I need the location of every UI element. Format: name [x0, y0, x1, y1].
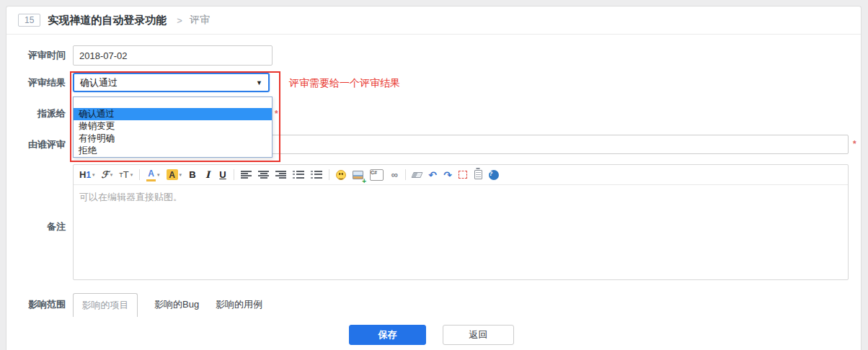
review-result-dropdown: 确认通过 撤销变更 有待明确 拒绝 — [73, 97, 273, 158]
dropdown-option-pass[interactable]: 确认通过 — [74, 108, 272, 120]
caret-down-icon: ▾ — [180, 172, 182, 178]
remove-format-button[interactable] — [412, 169, 422, 181]
italic-button[interactable]: I — [203, 169, 212, 181]
font-family-button[interactable]: ℱ▾ — [102, 169, 113, 181]
reviewed-by-label: 由谁评审 — [6, 135, 66, 154]
review-result-selected-value: 确认通过 — [80, 76, 118, 89]
page-title: 实现禅道的自动登录功能 — [48, 14, 167, 27]
caret-down-icon: ▾ — [92, 172, 95, 178]
fullscreen-icon — [459, 171, 467, 179]
code-icon: C# — [370, 169, 384, 181]
breadcrumb-separator-icon: > — [177, 15, 182, 26]
align-right-button[interactable] — [275, 169, 286, 181]
assigned-to-required-mark: * — [275, 109, 278, 119]
back-button[interactable]: 返回 — [443, 325, 514, 345]
scope-label: 影响范围 — [6, 295, 66, 315]
undo-button[interactable]: ↶ — [428, 169, 437, 181]
comment-label: 备注 — [6, 217, 66, 236]
toolbar-separator — [234, 169, 234, 180]
align-center-button[interactable] — [258, 169, 269, 181]
insert-link-button[interactable]: ∞ — [390, 169, 399, 181]
dropdown-option-empty[interactable] — [74, 97, 272, 108]
caret-down-icon: ▾ — [110, 172, 113, 178]
tab-affected-bugs[interactable]: 影响的Bug — [154, 293, 199, 317]
ordered-list-icon — [293, 171, 304, 179]
bold-button[interactable]: B — [188, 169, 197, 181]
story-id-badge: 15 — [18, 14, 40, 27]
emoji-button[interactable] — [336, 169, 346, 181]
underline-button[interactable]: U — [218, 169, 227, 181]
toolbar-separator — [139, 169, 140, 180]
breadcrumb-current: 评审 — [190, 14, 210, 27]
review-time-label: 评审时间 — [6, 45, 66, 66]
assigned-to-label: 指派给 — [6, 104, 66, 123]
review-result-label: 评审结果 — [6, 73, 66, 92]
clipboard-icon — [474, 170, 482, 179]
align-center-icon — [258, 171, 269, 179]
fullscreen-button[interactable] — [459, 169, 467, 181]
highlight-color-button[interactable]: A▾ — [167, 169, 182, 181]
heading-button[interactable]: H1▾ — [79, 169, 95, 181]
annotation-text: 评审需要给一个评审结果 — [289, 76, 400, 91]
tab-affected-cases[interactable]: 影响的用例 — [216, 293, 262, 317]
select-dropdown-arrow-icon: ▼ — [256, 79, 262, 86]
align-right-icon — [275, 171, 286, 179]
unordered-list-button[interactable] — [311, 169, 322, 181]
review-result-select[interactable]: 确认通过 ▼ — [73, 73, 270, 92]
font-size-button[interactable]: TT▾ — [119, 169, 133, 181]
dropdown-option-clarify[interactable]: 有待明确 — [74, 133, 272, 145]
caret-down-icon: ▾ — [157, 172, 160, 178]
help-icon: ? — [489, 170, 499, 180]
code-block-button[interactable]: C# — [370, 169, 384, 181]
editor-content-area[interactable]: 可以在编辑器直接贴图。 — [74, 185, 848, 210]
page-header: 15 实现禅道的自动登录功能 > 评审 — [6, 6, 861, 35]
dropdown-option-reject[interactable]: 拒绝 — [74, 145, 272, 157]
help-button[interactable]: ? — [489, 169, 499, 181]
insert-image-button[interactable] — [353, 169, 363, 181]
toolbar-separator — [329, 169, 329, 180]
save-button[interactable]: 保存 — [349, 325, 426, 345]
toolbar-separator — [405, 169, 406, 180]
align-left-button[interactable] — [241, 169, 252, 181]
caret-down-icon: ▾ — [130, 172, 133, 178]
editor-toolbar: H1▾ ℱ▾ TT▾ A▾ A▾ B I U — [74, 165, 848, 185]
image-icon — [353, 171, 363, 179]
ordered-list-button[interactable] — [293, 169, 304, 181]
link-icon: ∞ — [391, 169, 397, 180]
font-color-button[interactable]: A▾ — [146, 169, 159, 181]
emoji-icon — [336, 170, 346, 180]
reviewed-by-required-mark: * — [853, 139, 856, 149]
paste-button[interactable] — [474, 169, 482, 181]
dropdown-option-revert[interactable]: 撤销变更 — [74, 120, 272, 133]
align-left-icon — [241, 171, 252, 179]
redo-button[interactable]: ↷ — [443, 169, 452, 181]
review-form-panel: 15 实现禅道的自动登录功能 > 评审 评审时间 评审结果 确认通过 ▼ 确认通… — [6, 6, 862, 350]
review-time-input[interactable] — [73, 45, 273, 66]
unordered-list-icon — [311, 171, 322, 179]
eraser-icon — [411, 172, 422, 178]
tab-affected-projects[interactable]: 影响的项目 — [73, 293, 138, 317]
comment-rich-editor: H1▾ ℱ▾ TT▾ A▾ A▾ B I U — [73, 164, 849, 280]
